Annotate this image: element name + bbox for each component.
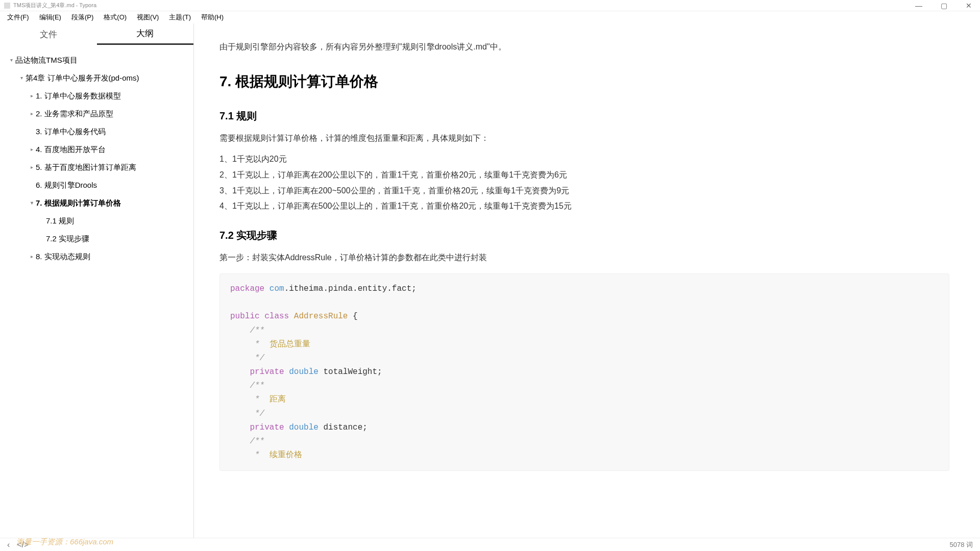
heading-7-2: 7.2 实现步骤: [219, 226, 949, 244]
editor-content[interactable]: 由于规则引擎部分内容较多，所有内容另外整理到"规则引擎drools讲义.md"中…: [194, 23, 980, 538]
step-1-intro: 第一步：封装实体AddressRule，订单价格计算的参数都在此类中进行封装: [219, 251, 949, 265]
menu-paragraph[interactable]: 段落(P): [66, 12, 99, 23]
rule-4: 4、1千克以上，订单距离在500公里以上的，首重1千克，首重价格20元，续重每1…: [219, 199, 949, 214]
caret-right-icon: ▸: [28, 146, 36, 153]
outline-s3[interactable]: ▸ 3. 订单中心服务代码: [0, 122, 193, 140]
heading-7: 7. 根据规则计算订单价格: [219, 69, 949, 94]
outline-s4[interactable]: ▸ 4. 百度地图开放平台: [0, 140, 193, 158]
window-controls: — ▢ ✕: [911, 2, 976, 10]
menu-edit[interactable]: 编辑(E): [34, 12, 66, 23]
close-button[interactable]: ✕: [962, 2, 976, 10]
sidebar: 文件 大纲 ▾ 品达物流TMS项目 ▾ 第4章 订单中心服务开发(pd-oms)…: [0, 23, 194, 538]
watermark: 海量一手资源：666java.com: [16, 537, 113, 538]
outline-s1[interactable]: ▸ 1. 订单中心服务数据模型: [0, 87, 193, 105]
rule-1: 1、1千克以内20元: [219, 152, 949, 167]
code-block[interactable]: package com.itheima.pinda.entity.fact; p…: [219, 273, 949, 471]
back-icon[interactable]: ‹: [7, 540, 10, 549]
rules-intro: 需要根据规则计算订单价格，计算的维度包括重量和距离，具体规则如下：: [219, 131, 949, 146]
maximize-button[interactable]: ▢: [937, 2, 951, 10]
outline-s5[interactable]: ▸ 5. 基于百度地图计算订单距离: [0, 158, 193, 176]
minimize-button[interactable]: —: [911, 2, 926, 10]
heading-7-1: 7.1 规则: [219, 107, 949, 125]
caret-right-icon: ▸: [28, 110, 36, 117]
window-title: TMS项目讲义_第4章.md - Typora: [13, 2, 96, 9]
menu-file[interactable]: 文件(F): [2, 12, 34, 23]
outline-s7[interactable]: ▾ 7. 根据规则计算订单价格: [0, 194, 193, 212]
tab-files[interactable]: 文件: [0, 23, 97, 45]
outline-s8[interactable]: ▸ 8. 实现动态规则: [0, 247, 193, 265]
intro-paragraph: 由于规则引擎部分内容较多，所有内容另外整理到"规则引擎drools讲义.md"中…: [219, 40, 949, 55]
titlebar: TMS项目讲义_第4章.md - Typora — ▢ ✕: [0, 0, 980, 11]
main-area: 文件 大纲 ▾ 品达物流TMS项目 ▾ 第4章 订单中心服务开发(pd-oms)…: [0, 23, 980, 538]
statusbar: ‹ </> 5078 词: [0, 538, 980, 551]
tab-outline[interactable]: 大纲: [97, 23, 194, 45]
caret-down-icon: ▾: [7, 57, 15, 64]
caret-right-icon: ▸: [28, 253, 36, 260]
rule-3: 3、1千克以上，订单距离在200~500公里的，首重1千克，首重价格20元，续重…: [219, 184, 949, 198]
sidebar-tabs: 文件 大纲: [0, 23, 193, 45]
outline-s7-2[interactable]: ▸ 7.2 实现步骤: [0, 230, 193, 247]
outline-s2[interactable]: ▸ 2. 业务需求和产品原型: [0, 105, 193, 122]
outline-chapter[interactable]: ▾ 第4章 订单中心服务开发(pd-oms): [0, 69, 193, 87]
word-count[interactable]: 5078 词: [949, 540, 973, 549]
app-icon: [4, 3, 10, 9]
outline-tree: ▾ 品达物流TMS项目 ▾ 第4章 订单中心服务开发(pd-oms) ▸ 1. …: [0, 45, 193, 538]
menu-view[interactable]: 视图(V): [132, 12, 164, 23]
outline-root[interactable]: ▾ 品达物流TMS项目: [0, 51, 193, 69]
menubar: 文件(F) 编辑(E) 段落(P) 格式(O) 视图(V) 主题(T) 帮助(H…: [0, 11, 980, 23]
outline-s6[interactable]: ▸ 6. 规则引擎Drools: [0, 176, 193, 194]
menu-format[interactable]: 格式(O): [99, 12, 132, 23]
caret-down-icon: ▾: [28, 199, 36, 207]
rule-2: 2、1千克以上，订单距离在200公里以下的，首重1千克，首重价格20元，续重每1…: [219, 168, 949, 183]
menu-theme[interactable]: 主题(T): [164, 12, 196, 23]
outline-s7-1[interactable]: ▸ 7.1 规则: [0, 212, 193, 230]
caret-right-icon: ▸: [28, 164, 36, 171]
caret-right-icon: ▸: [28, 92, 36, 99]
menu-help[interactable]: 帮助(H): [196, 12, 229, 23]
caret-down-icon: ▾: [17, 74, 26, 82]
